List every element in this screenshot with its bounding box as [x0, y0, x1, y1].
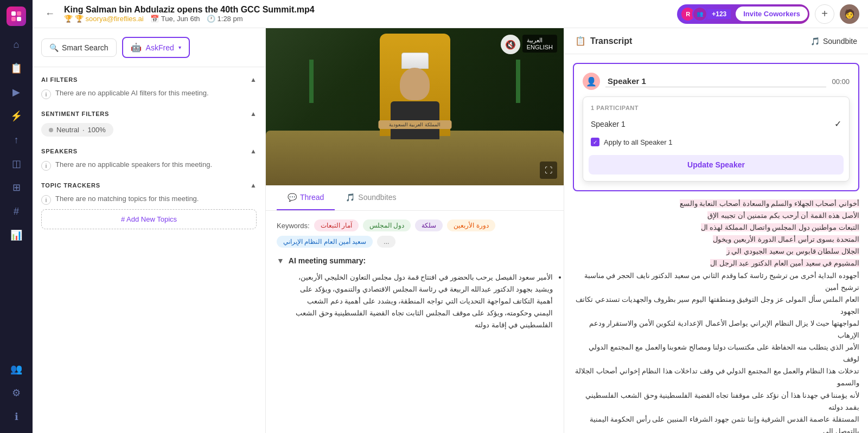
hash-icon[interactable]: #	[7, 202, 26, 221]
lightning-icon[interactable]: ⚡	[7, 106, 26, 126]
meeting-date: 📅 Tue, Jun 6th	[150, 15, 200, 23]
dropdown-section-label: 1 PARTICIPANT	[583, 101, 849, 114]
app-logo[interactable]	[7, 7, 26, 26]
speaker-block: 👤 00:00 1 PARTICIPANT Speaker 1 ✓	[573, 63, 859, 191]
checkmark-icon: ✓	[834, 119, 841, 129]
speaker-name-input[interactable]	[605, 75, 826, 87]
settings-icon[interactable]: ⚙	[7, 383, 26, 403]
speakers-header[interactable]: SPEAKERS ▲	[41, 147, 257, 155]
header-actions: R 👥 +123 Invite Coworkers + 🧑	[677, 4, 859, 24]
ai-filters-content: i There are no applicable AI filters for…	[41, 89, 257, 99]
channel-logo: العربيةENGLISH	[522, 35, 557, 53]
ai-filters-info-icon: i	[41, 89, 51, 99]
askfred-chevron-icon: ▾	[178, 44, 181, 50]
transcript-body: 👤 00:00 1 PARTICIPANT Speaker 1 ✓	[564, 54, 868, 433]
thread-content: Keywords: آمار التبعات دول المجلس سلكة د…	[266, 211, 564, 433]
document-icon[interactable]: 📋	[7, 59, 26, 78]
video-icon[interactable]: ▶	[7, 82, 26, 102]
date-label: Tue, Jun 6th	[161, 15, 200, 23]
keyword-tag-4[interactable]: دورة الأربعين	[447, 219, 495, 231]
invite-count: +123	[707, 9, 731, 19]
keyword-tag-2[interactable]: دول المجلس	[363, 219, 411, 231]
user-avatar[interactable]: 🧑	[840, 4, 859, 24]
sentiment-filters-title: SENTIMENT FILTERS	[41, 111, 109, 117]
left-panel-top: 🔍 Smart Search 🤖 AskFred ▾	[33, 28, 265, 67]
extra-avatars: 👥	[697, 11, 703, 17]
left-panel: 🔍 Smart Search 🤖 AskFred ▾ AI FILTERS	[33, 28, 266, 433]
apply-all-checkbox[interactable]: ✓	[591, 138, 599, 146]
transcript-line-9: لمواجهتها حيث لا يزال النظام الإيراني يو…	[589, 319, 859, 339]
sidebar: ⌂ 📋 ▶ ⚡ ↑ ◫ ⊞ # 📊 👥 ⚙ ℹ	[0, 0, 33, 433]
speakers-content: i There are no applicable speakers for t…	[41, 160, 257, 171]
speaker-row: 👤 00:00	[583, 73, 850, 90]
sentiment-percent: 100%	[88, 126, 106, 134]
back-button[interactable]: ←	[41, 5, 59, 23]
mute-button[interactable]: 🔇	[501, 35, 520, 54]
speaker-dropdown: 1 PARTICIPANT Speaker 1 ✓ ✓ Apply to all…	[583, 96, 850, 182]
sentiment-filters-header[interactable]: SENTIMENT FILTERS ▲	[41, 110, 257, 118]
topic-trackers-chevron-icon: ▲	[250, 182, 257, 189]
avatar-extra: 👥	[692, 7, 707, 22]
transcript-label: Transcript	[590, 36, 632, 46]
topic-trackers-info-icon: i	[41, 195, 51, 205]
smart-search-button[interactable]: 🔍 Smart Search	[41, 38, 117, 57]
sentiment-badge[interactable]: Neutral · 100%	[41, 123, 113, 137]
expand-video-button[interactable]: ⛶	[540, 161, 557, 179]
video-container: المملكة العربية السعودية العربيةENGLISH …	[266, 28, 564, 185]
add-button[interactable]: +	[815, 4, 834, 24]
ai-summary-header[interactable]: ▼ AI meeting summary:	[277, 256, 553, 265]
keyword-tag-1[interactable]: آمار التبعات	[314, 219, 359, 231]
topic-trackers-text: There are no matching topics for this me…	[55, 195, 199, 203]
ai-filters-title: AI FILTERS	[41, 76, 78, 83]
transcript-line-11: تدخلات هذا النظام والعمل مع المجتمع الدو…	[575, 367, 859, 387]
speaker-time: 00:00	[832, 77, 850, 86]
tab-thread[interactable]: 💬 Thread	[277, 185, 335, 210]
ai-filters-group: AI FILTERS ▲ i There are no applicable A…	[41, 76, 257, 99]
keywords-row: Keywords: آمار التبعات دول المجلس سلكة د…	[277, 219, 553, 248]
ai-summary-chevron-icon: ▼	[277, 256, 284, 265]
transcript-line-12: لأنه يؤمننا في جهدنا هذا أن نؤكد على موق…	[585, 391, 859, 411]
tab-soundbites[interactable]: 🎵 Soundbites	[335, 185, 407, 210]
keyword-tag-5[interactable]: سعيد أمين العام النظام الإيراني	[277, 236, 373, 248]
speaker-avatar: 👤	[583, 73, 600, 90]
topic-trackers-content: i There are no matching topics for this …	[41, 195, 257, 205]
info-icon[interactable]: ℹ	[7, 407, 26, 426]
soundbite-button[interactable]: 🎵 Soundbite	[810, 37, 857, 46]
dropdown-item-speaker1[interactable]: Speaker 1 ✓	[583, 114, 849, 133]
thread-tab-icon: 💬	[288, 193, 297, 202]
keywords-label: Keywords:	[277, 222, 310, 230]
update-speaker-button[interactable]: Update Speaker	[589, 155, 844, 175]
ai-summary-title: AI meeting summary:	[289, 256, 366, 265]
search-icon: 🔍	[49, 43, 59, 52]
smart-search-label: Smart Search	[62, 43, 108, 52]
home-icon[interactable]: ⌂	[7, 35, 26, 54]
chart-icon[interactable]: 📊	[7, 225, 26, 245]
video-player: المملكة العربية السعودية العربيةENGLISH …	[266, 28, 564, 185]
transcript-title: 📋 Transcript	[575, 36, 632, 46]
add-new-topics-button[interactable]: # Add New Topics	[41, 209, 257, 229]
meeting-meta: 🏆 🏆 soorya@fireflies.ai 📅 Tue, Jun 6th 🕐…	[64, 15, 672, 23]
transcript-line-7: أجهوده البداية أخرى من ترشيح رئاسة كما و…	[584, 272, 859, 292]
meeting-user: 🏆 🏆 soorya@fireflies.ai	[64, 15, 144, 23]
invite-avatars: R 👥 +123	[677, 4, 734, 24]
keyword-more[interactable]: ...	[377, 236, 395, 248]
transcript-line-3: التبعات مواطنين دول المجلس واتصال المملك…	[701, 223, 859, 231]
crown-icon: 🏆	[64, 15, 73, 23]
grid-icon[interactable]: ⊞	[7, 178, 26, 197]
upload-icon[interactable]: ↑	[7, 130, 26, 150]
askfred-icon: 🤖	[131, 42, 142, 53]
transcript-line-2: الأصل هذه القمة أن أرحب بكم متمنين أن تج…	[707, 211, 859, 219]
invite-coworkers-group: R 👥 +123 Invite Coworkers	[677, 4, 809, 24]
invite-coworkers-button[interactable]: Invite Coworkers	[736, 7, 808, 21]
apply-all-row: ✓ Apply to all Speaker 1	[583, 133, 849, 151]
speakers-info-icon: i	[41, 161, 51, 171]
ai-filters-header[interactable]: AI FILTERS ▲	[41, 76, 257, 83]
askfred-button[interactable]: 🤖 AskFred ▾	[122, 37, 190, 58]
people-icon[interactable]: 👥	[7, 359, 26, 379]
speakers-text: There are no applicable speakers for thi…	[55, 160, 212, 169]
svg-rect-0	[11, 11, 16, 16]
topic-trackers-header[interactable]: TOPIC TRACKERS ▲	[41, 182, 257, 189]
layers-icon[interactable]: ◫	[7, 154, 26, 173]
topic-trackers-group: TOPIC TRACKERS ▲ i There are no matching…	[41, 182, 257, 229]
keyword-tag-3[interactable]: سلكة	[415, 219, 443, 231]
